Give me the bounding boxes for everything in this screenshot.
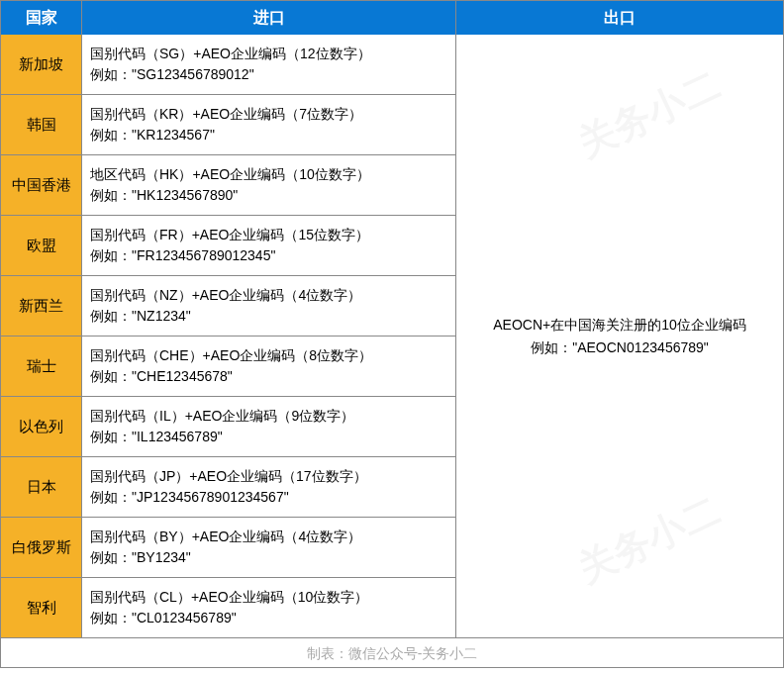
table-row: 韩国 国别代码（KR）+AEO企业编码（7位数字） 例如："KR1234567"	[1, 95, 456, 155]
import-cell: 国别代码（CL）+AEO企业编码（10位数字） 例如："CL0123456789…	[82, 578, 456, 637]
table-row: 智利 国别代码（CL）+AEO企业编码（10位数字） 例如："CL0123456…	[1, 578, 456, 637]
country-cell: 以色列	[1, 397, 82, 456]
table-row: 中国香港 地区代码（HK）+AEO企业编码（10位数字） 例如："HK12345…	[1, 155, 456, 216]
aeo-code-table: 国家 进口 出口 新加坡 国别代码（SG）+AEO企业编码（12位数字） 例如：…	[0, 0, 784, 668]
import-example: 例如："SG123456789012"	[90, 64, 447, 85]
import-format: 国别代码（KR）+AEO企业编码（7位数字）	[90, 104, 447, 125]
table-footer: 制表：微信公众号-关务小二	[1, 637, 783, 667]
import-example: 例如："KR1234567"	[90, 125, 447, 145]
country-cell: 新加坡	[1, 35, 82, 94]
import-cell: 地区代码（HK）+AEO企业编码（10位数字） 例如："HK1234567890…	[82, 155, 456, 215]
import-format: 国别代码（JP）+AEO企业编码（17位数字）	[90, 466, 447, 487]
table-row: 瑞士 国别代码（CHE）+AEO企业编码（8位数字） 例如："CHE123456…	[1, 336, 456, 397]
table-row: 新西兰 国别代码（NZ）+AEO企业编码（4位数字） 例如："NZ1234"	[1, 276, 456, 336]
country-cell: 新西兰	[1, 276, 82, 336]
import-example: 例如："CL0123456789"	[90, 608, 447, 628]
header-export: 出口	[456, 1, 783, 35]
export-format: AEOCN+在中国海关注册的10位企业编码	[493, 314, 746, 336]
import-cell: 国别代码（FR）+AEO企业编码（15位数字） 例如："FR1234567890…	[82, 216, 456, 275]
import-format: 国别代码（SG）+AEO企业编码（12位数字）	[90, 44, 447, 64]
import-example: 例如："FR123456789012345"	[90, 245, 447, 266]
import-cell: 国别代码（JP）+AEO企业编码（17位数字） 例如："JP1234567890…	[82, 457, 456, 517]
import-cell: 国别代码（NZ）+AEO企业编码（4位数字） 例如："NZ1234"	[82, 276, 456, 336]
import-example: 例如："CHE12345678"	[90, 366, 447, 387]
import-example: 例如："JP12345678901234567"	[90, 487, 447, 508]
import-format: 国别代码（IL）+AEO企业编码（9位数字）	[90, 406, 447, 427]
import-cell: 国别代码（IL）+AEO企业编码（9位数字） 例如："IL123456789"	[82, 397, 456, 456]
table-header-row: 国家 进口 出口	[1, 1, 783, 35]
import-example: 例如："NZ1234"	[90, 306, 447, 327]
table-row: 白俄罗斯 国别代码（BY）+AEO企业编码（4位数字） 例如："BY1234"	[1, 518, 456, 578]
country-cell: 瑞士	[1, 336, 82, 396]
import-cell: 国别代码（KR）+AEO企业编码（7位数字） 例如："KR1234567"	[82, 95, 456, 154]
import-format: 地区代码（HK）+AEO企业编码（10位数字）	[90, 164, 447, 185]
table-row: 新加坡 国别代码（SG）+AEO企业编码（12位数字） 例如："SG123456…	[1, 35, 456, 95]
import-format: 国别代码（NZ）+AEO企业编码（4位数字）	[90, 285, 447, 306]
import-format: 国别代码（CHE）+AEO企业编码（8位数字）	[90, 345, 447, 366]
import-example: 例如："IL123456789"	[90, 427, 447, 447]
country-cell: 韩国	[1, 95, 82, 154]
country-cell: 智利	[1, 578, 82, 637]
country-import-columns: 新加坡 国别代码（SG）+AEO企业编码（12位数字） 例如："SG123456…	[1, 35, 456, 637]
import-format: 国别代码（CL）+AEO企业编码（10位数字）	[90, 587, 447, 608]
import-cell: 国别代码（CHE）+AEO企业编码（8位数字） 例如："CHE12345678"	[82, 336, 456, 396]
import-example: 例如："BY1234"	[90, 547, 447, 568]
table-row: 欧盟 国别代码（FR）+AEO企业编码（15位数字） 例如："FR1234567…	[1, 216, 456, 276]
country-cell: 日本	[1, 457, 82, 517]
import-cell: 国别代码（BY）+AEO企业编码（4位数字） 例如："BY1234"	[82, 518, 456, 577]
export-example: 例如："AEOCN0123456789"	[531, 336, 709, 358]
country-cell: 白俄罗斯	[1, 518, 82, 577]
table-row: 日本 国别代码（JP）+AEO企业编码（17位数字） 例如："JP1234567…	[1, 457, 456, 518]
export-merged-cell: AEOCN+在中国海关注册的10位企业编码 例如："AEOCN012345678…	[456, 35, 783, 637]
import-example: 例如："HK1234567890"	[90, 185, 447, 206]
table-body: 新加坡 国别代码（SG）+AEO企业编码（12位数字） 例如："SG123456…	[1, 35, 783, 637]
header-import: 进口	[82, 1, 456, 35]
country-cell: 中国香港	[1, 155, 82, 215]
table-row: 以色列 国别代码（IL）+AEO企业编码（9位数字） 例如："IL1234567…	[1, 397, 456, 457]
country-cell: 欧盟	[1, 216, 82, 275]
import-cell: 国别代码（SG）+AEO企业编码（12位数字） 例如："SG1234567890…	[82, 35, 456, 94]
import-format: 国别代码（BY）+AEO企业编码（4位数字）	[90, 527, 447, 547]
header-country: 国家	[1, 1, 82, 35]
import-format: 国别代码（FR）+AEO企业编码（15位数字）	[90, 225, 447, 245]
